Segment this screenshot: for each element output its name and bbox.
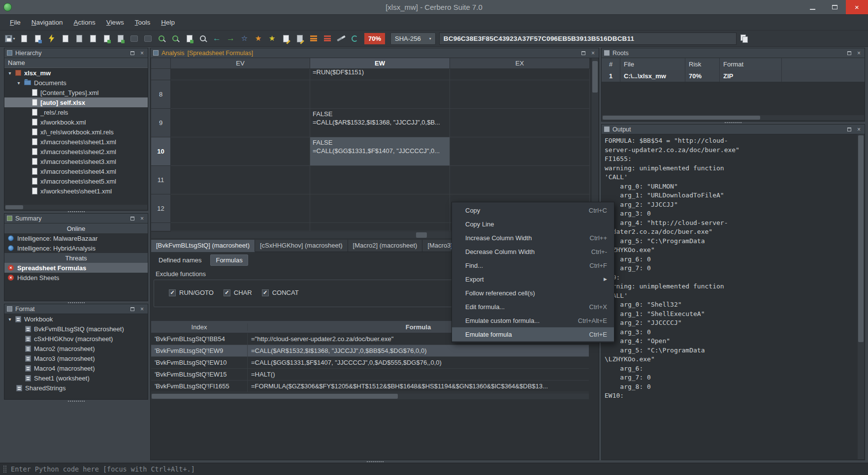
horizontal-scrollbar[interactable] [151,393,589,399]
menu-actions[interactable]: Actions [69,16,100,29]
grid-cell[interactable] [450,166,590,194]
grid-corner[interactable] [151,58,171,69]
scrollbar-thumb[interactable] [152,394,398,399]
grid-cell[interactable] [450,80,590,109]
tree-item-file[interactable]: xl\worksheets\sheet1.xml [4,186,148,196]
sheet-tab-csxhhgkhov[interactable]: [cSxHHGKhov] (macrosheet) [255,240,348,252]
bookmark-orange-button[interactable]: ★ [252,32,264,45]
layout-button-1[interactable] [307,32,320,45]
menu-navigation[interactable]: Navigation [27,16,68,29]
row-header-10[interactable]: 10 [151,137,171,166]
close-button[interactable]: × [846,0,868,14]
copy-file-button[interactable] [87,32,99,45]
float-panel-button[interactable] [129,50,135,56]
checkbox-icon[interactable]: ✓ [169,289,176,296]
close-panel-button[interactable]: × [856,50,862,56]
bookmark-yellow-button[interactable]: ★ [266,32,278,45]
checkbox-icon[interactable]: ✓ [262,289,269,296]
menu-item-copy-line[interactable]: Copy Line [452,217,614,231]
scan-button[interactable] [156,32,168,45]
sheet-tab-bvkfvmbltsgstq[interactable]: [BvkFvmBLtsgStQ] (macrosheet) [151,240,255,252]
export-file-button[interactable] [114,32,127,45]
forward-button[interactable]: → [225,32,237,45]
risk-column-header[interactable]: Risk [685,58,720,70]
analyze-button[interactable] [169,32,182,45]
grid-cell[interactable] [171,137,310,166]
grid-cell[interactable] [310,194,450,223]
scrollbar-thumb[interactable] [416,232,427,238]
name-column-header[interactable]: Name [4,58,148,68]
tree-item-file[interactable]: xl\macrosheets\sheet1.xml [4,137,148,147]
back-button[interactable]: ← [211,32,223,45]
python-input[interactable] [11,465,868,473]
scrollbar-thumb[interactable] [592,61,598,93]
float-panel-button[interactable] [129,306,135,312]
menu-file[interactable]: File [5,16,26,29]
vertical-scrollbar[interactable] [858,134,864,459]
splitter-handle[interactable] [725,122,741,123]
run-analysis-button[interactable] [45,32,58,45]
tree-item-file[interactable]: xl\workbook.xml [4,117,148,127]
tree-item-file[interactable]: xl\macrosheets\sheet5.xml [4,176,148,186]
splitter-handle[interactable] [68,401,85,402]
menu-views[interactable]: Views [101,16,129,29]
format-item-sheet[interactable]: Macro4 (macrosheet) [4,363,148,373]
format-item-sheet[interactable]: Macro2 (macrosheet) [4,344,148,353]
menu-item-copy[interactable]: Copy Ctrl+C [452,203,614,217]
summary-item-malwarebazaar[interactable]: Intelligence: MalwareBazaar [4,233,148,243]
open-file-button[interactable] [73,32,85,45]
tree-item-file[interactable]: [Content_Types].xml [4,88,148,97]
grid-cell[interactable] [171,109,310,137]
formula-row-ew15[interactable]: 'BvkFvmBLtsgStQ'!EW15 =HALT() [151,369,589,380]
row-header-partial[interactable] [151,69,171,80]
close-panel-button[interactable]: × [856,126,862,132]
tree-item-file[interactable]: xl\macrosheets\sheet4.xml [4,166,148,176]
tab-formulas[interactable]: Formulas [210,254,248,266]
search-button[interactable] [197,32,209,45]
checkbox-icon[interactable]: ✓ [224,289,230,296]
extract-file-button[interactable] [100,32,113,45]
checkbox-run-goto[interactable]: ✓ RUN/GOTO [169,289,214,296]
row-header-8[interactable]: 8 [151,80,171,109]
cell-ew9[interactable]: FALSE =CALL($AR$1532,$I$1368, "JJCCJJ",0… [310,109,450,137]
format-item-workbook[interactable]: ▾ Workbook [4,314,148,324]
scrollbar-thumb[interactable] [5,205,23,209]
num-column-header[interactable]: # [602,58,620,70]
close-panel-button[interactable]: × [139,306,145,312]
column-header-ev[interactable]: EV [171,58,310,69]
tree-item-file[interactable]: xl\macrosheets\sheet3.xml [4,157,148,166]
grid-cell[interactable] [310,166,450,194]
tree-item-file[interactable]: xl\_rels\workbook.xml.rels [4,127,148,137]
format-item-sheet[interactable]: BvkFvmBLtsgStQ (macrosheet) [4,324,148,334]
close-panel-button[interactable]: × [590,50,596,56]
row-header-12[interactable]: 12 [151,194,171,223]
menu-help[interactable]: Help [156,16,180,29]
grid-cell[interactable] [310,223,450,231]
horizontal-scrollbar[interactable] [5,205,147,210]
roots-panel-titlebar[interactable]: Roots × [602,48,865,58]
layout-button-2[interactable] [321,32,333,45]
maximize-button[interactable] [824,0,846,14]
grid-cell[interactable] [171,194,310,223]
output-panel-titlebar[interactable]: Output × [602,125,865,134]
scrollbar-thumb[interactable] [603,116,760,120]
grid-cell[interactable] [450,109,590,137]
grid-cell[interactable] [310,80,450,109]
menu-item-find[interactable]: Find... Ctrl+F [452,258,614,272]
float-panel-button[interactable] [580,50,586,56]
menu-item-follow-referenced-cells[interactable]: Follow referenced cell(s) [452,286,614,300]
new-file-button[interactable] [59,32,71,45]
row-header-9[interactable]: 9 [151,109,171,137]
bookmark-outline-button[interactable]: ☆ [238,32,251,45]
checkbox-concat[interactable]: ✓ CONCAT [262,289,299,296]
formula-row-ew9-selected[interactable]: 'BvkFvmBLtsgStQ'!EW9 =CALL($AR$1532,$I$1… [151,345,589,357]
format-item-sheet[interactable]: cSxHHGKhov (macrosheet) [4,334,148,344]
summary-panel-titlebar[interactable]: Summary × [4,214,148,223]
hash-algo-select[interactable]: SHA-256 ▾ [390,32,436,45]
column-header-ew[interactable]: EW [310,58,450,69]
tab-defined-names[interactable]: Defined names [155,254,205,266]
tree-item-file[interactable]: _rels/.rels [4,107,148,117]
minimize-button[interactable] [802,0,824,14]
new-document-button[interactable] [18,32,30,45]
menu-item-emulate-formula[interactable]: Emulate formula Ctrl+E [452,327,614,341]
